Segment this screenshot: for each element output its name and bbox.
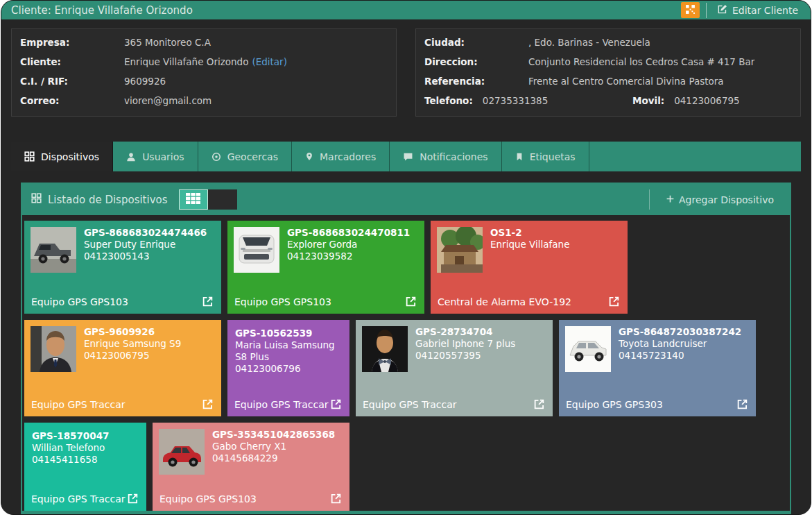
info-row: Cliente:Enrique Villafañe Orizondo(Edita…	[20, 56, 388, 68]
info-label: C.I. / RIF:	[20, 76, 124, 87]
comment-icon	[403, 152, 413, 162]
list-view-option[interactable]	[208, 189, 237, 210]
external-link-icon[interactable]	[533, 398, 545, 410]
man-portrait-photo	[31, 326, 76, 372]
title-bar: Cliente: Enrique Villafañe Orizondo Edit…	[1, 1, 811, 19]
device-list-header-right: Agregar Dispositivo	[649, 189, 781, 210]
info-row: Direccion:Conjunto Residencial los Cedro…	[424, 56, 792, 68]
external-link-icon[interactable]	[127, 493, 139, 505]
device-card[interactable]: OS1-2Enrique VillafaneCentral de Alarma …	[431, 221, 628, 314]
external-link-icon[interactable]	[330, 493, 342, 505]
edit-icon	[717, 4, 727, 17]
info-row: Empresa:365 Monitoreo C.A	[20, 37, 388, 49]
info-label: Cliente:	[20, 56, 124, 68]
white-landcruiser-photo	[565, 326, 611, 372]
tab-notificaciones[interactable]: Notificaciones	[390, 142, 501, 171]
geofence-icon	[211, 152, 221, 162]
info-value: 9609926	[124, 76, 166, 87]
device-equipment-label: Equipo GPS GPS103	[159, 493, 257, 505]
titlebar-divider	[706, 3, 707, 18]
device-id: GPS-10562539	[235, 328, 343, 339]
device-card-footer: Equipo GPS GPS103	[234, 296, 417, 307]
gray-truck-photo	[31, 227, 76, 273]
client-info-section: Empresa:365 Monitoreo C.ACliente:Enrique…	[1, 19, 811, 117]
device-card-top: OS1-2Enrique Villafane	[437, 227, 621, 273]
device-card-top: GPS-868683024470811Explorer Gorda0412303…	[234, 227, 418, 273]
device-card-text: GPS-9609926Enrique Samsung S904123006795	[84, 326, 181, 372]
tab-marcadores[interactable]: Marcadores	[292, 142, 390, 171]
info-value: 04123006795	[674, 95, 739, 107]
device-card[interactable]: GPS-10562539Maria Luisa Samsung S8 Plus0…	[227, 320, 349, 416]
user-icon	[126, 152, 136, 162]
bookmark-icon	[515, 152, 524, 162]
device-equipment-label: Equipo GPS Traccar	[31, 493, 126, 505]
device-card[interactable]: GPS-28734704Gabriel Iphone 7 plus0412055…	[356, 320, 553, 416]
external-link-icon[interactable]	[202, 296, 214, 307]
device-name: Willian Telefono	[32, 442, 109, 454]
client-detail-window: Cliente: Enrique Villafañe Orizondo Edit…	[1, 0, 811, 515]
tab-geocercas[interactable]: Geocercas	[198, 142, 292, 171]
house-trees-photo	[437, 227, 483, 273]
device-card-footer: Equipo GPS GPS103	[31, 296, 214, 307]
external-link-icon[interactable]	[330, 398, 342, 410]
device-card[interactable]: GPS-353451042865368Gabo Cherry X10414568…	[153, 423, 349, 511]
device-card[interactable]: GPS-868683024474466Super Duty Enrique041…	[24, 221, 221, 314]
external-link-icon[interactable]	[736, 398, 748, 410]
external-link-icon[interactable]	[405, 296, 417, 307]
device-id: GPS-868683024474466	[84, 227, 207, 239]
device-name: Gabriel Iphone 7 plus	[415, 338, 515, 350]
tab-etiquetas[interactable]: Etiquetas	[502, 142, 589, 171]
device-card-footer: Equipo GPS GPS103	[159, 493, 342, 505]
barcode-button[interactable]	[681, 2, 700, 18]
device-id: GPS-28734704	[415, 326, 515, 338]
device-card-top: GPS-28734704Gabriel Iphone 7 plus0412055…	[362, 326, 546, 372]
external-link-icon[interactable]	[608, 296, 620, 307]
client-info-panel-left: Empresa:365 Monitoreo C.ACliente:Enrique…	[11, 28, 397, 117]
header-divider	[649, 189, 650, 210]
device-card-top: GPS-10562539Maria Luisa Samsung S8 Plus0…	[234, 326, 343, 375]
device-card-top: GPS-864872030387242Toyota Landcruiser041…	[565, 326, 750, 372]
device-phone: 04123039582	[287, 251, 410, 262]
device-card-footer: Equipo GPS Traccar	[363, 398, 545, 410]
device-phone: 04123006796	[235, 363, 343, 375]
device-card[interactable]: GPS-9609926Enrique Samsung S904123006795…	[24, 320, 221, 416]
device-phone: 04123006795	[84, 350, 181, 362]
device-card[interactable]: GPS-864872030387242Toyota Landcruiser041…	[559, 320, 756, 416]
device-id: GPS-868683024470811	[287, 227, 410, 239]
device-card-footer: Central de Alarma EVO-192	[438, 296, 620, 307]
device-name: Maria Luisa Samsung S8 Plus	[235, 339, 343, 363]
device-card-footer: Equipo GPS GPS303	[566, 398, 748, 410]
device-card[interactable]: GPS-868683024470811Explorer Gorda0412303…	[227, 221, 424, 314]
info-row: Referencia:Frente al Centro Comercial Di…	[424, 76, 792, 87]
young-man-portrait-photo	[362, 326, 408, 372]
view-mode-toggle[interactable]	[179, 189, 237, 210]
client-info-panel-right: Ciudad:, Edo. Barinas - VenezuelaDirecci…	[415, 28, 801, 117]
device-list-header: Listado de Dispositivos Agregar Disposit…	[22, 184, 790, 215]
edit-client-button[interactable]: Editar Cliente	[713, 3, 802, 17]
external-link-icon[interactable]	[202, 398, 214, 410]
tab-dispositivos[interactable]: Dispositivos	[11, 142, 113, 171]
device-card-top: GPS-9609926Enrique Samsung S904123006795	[31, 326, 215, 372]
info-label: Telefono:	[424, 95, 473, 107]
device-phone: 04145684229	[212, 452, 335, 464]
add-device-button[interactable]: Agregar Dispositivo	[662, 194, 778, 206]
device-name: Gabo Cherry X1	[212, 441, 335, 452]
tab-bar-filler	[589, 142, 801, 171]
device-id: GPS-864872030387242	[619, 326, 741, 338]
info-label: Ciudad:	[424, 37, 528, 49]
tab-label: Etiquetas	[530, 151, 576, 162]
info-label: Referencia:	[424, 76, 528, 87]
edit-inline-link[interactable]: (Editar)	[252, 56, 287, 68]
tab-label: Notificaciones	[420, 151, 487, 162]
tab-label: Geocercas	[227, 151, 278, 162]
device-phone: 04123005143	[84, 251, 207, 262]
grid-view-option[interactable]	[179, 189, 208, 210]
device-card[interactable]: GPS-18570047Willian Telefono04145411658E…	[24, 423, 146, 511]
device-list-title-label: Listado de Dispositivos	[48, 194, 168, 206]
info-value: vioren@gmail.com	[124, 95, 211, 107]
device-name: Explorer Gorda	[287, 239, 410, 251]
tab-usuarios[interactable]: Usuarios	[113, 142, 198, 171]
device-card-row: GPS-868683024474466Super Duty Enrique041…	[24, 221, 790, 314]
device-equipment-label: Equipo GPS Traccar	[31, 399, 126, 410]
white-suv-photo	[234, 227, 279, 273]
